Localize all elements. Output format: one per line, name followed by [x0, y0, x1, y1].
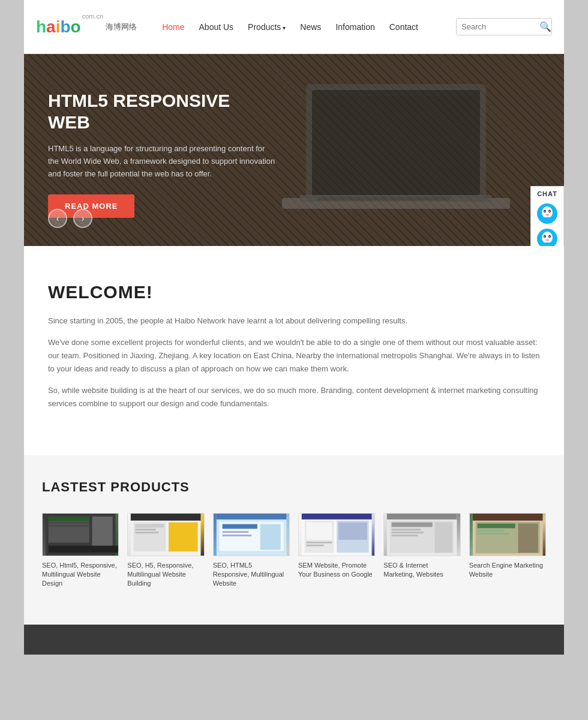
hero-navigation: ‹ › — [48, 209, 92, 228]
product-thumb-1 — [42, 513, 119, 556]
svg-rect-63 — [472, 514, 542, 521]
products-section: LASTEST PRODUCTS SEO, Html5, Responsive,… — [24, 455, 564, 625]
svg-rect-68 — [518, 523, 538, 553]
product-item-1[interactable]: SEO, Html5, Responsive, Multilingual Web… — [42, 513, 119, 589]
svg-rect-47 — [302, 514, 372, 520]
welcome-title: WELCOME! — [48, 282, 540, 302]
svg-rect-53 — [338, 522, 367, 539]
nav-about[interactable]: About Us — [192, 22, 241, 32]
logo[interactable]: haibo com.cn 海博网络 — [36, 19, 137, 35]
product-label-5: SEO & Internet Marketing, Websites — [383, 561, 460, 580]
welcome-paragraph-2: We've done some excellent projects for w… — [48, 336, 540, 376]
svg-point-9 — [544, 211, 545, 212]
product-label-4: SEM Website, Promote Your Business on Go… — [298, 561, 375, 580]
product-item-5[interactable]: SEO & Internet Marketing, Websites — [383, 513, 460, 589]
qq-icon-2[interactable] — [536, 228, 558, 246]
logo-chinese: 海博网络 — [106, 22, 137, 32]
footer — [24, 625, 564, 655]
product-item-4[interactable]: SEM Website, Promote Your Business on Go… — [298, 513, 375, 589]
svg-rect-45 — [260, 524, 280, 550]
hero-prev-button[interactable]: ‹ — [48, 209, 67, 228]
svg-rect-31 — [49, 545, 119, 553]
product-thumb-5 — [383, 513, 460, 556]
hero-description: HTML5 is a language for structuring and … — [48, 143, 276, 180]
svg-rect-38 — [136, 532, 159, 533]
chat-widget[interactable]: CHAT — [530, 186, 564, 246]
svg-rect-36 — [136, 524, 164, 527]
product-thumb-2 — [127, 513, 204, 556]
svg-point-6 — [542, 206, 553, 218]
page-wrapper: haibo com.cn 海博网络 Home About Us Products… — [24, 0, 564, 655]
svg-rect-61 — [435, 522, 452, 553]
product-thumb-6 — [469, 513, 546, 556]
products-section-title: LASTEST PRODUCTS — [42, 479, 546, 495]
nav-contact[interactable]: Contact — [382, 22, 425, 32]
logo-b: b — [60, 17, 70, 36]
svg-point-14 — [543, 217, 551, 221]
svg-point-16 — [542, 232, 553, 244]
svg-point-21 — [545, 239, 549, 241]
svg-rect-58 — [392, 529, 421, 530]
svg-rect-66 — [477, 530, 503, 532]
logo-a: a — [46, 17, 56, 36]
svg-rect-42 — [222, 524, 257, 529]
svg-rect-55 — [387, 514, 457, 520]
chat-label: CHAT — [537, 190, 557, 197]
svg-rect-2 — [312, 90, 480, 195]
nav-home[interactable]: Home — [155, 22, 191, 32]
svg-rect-60 — [392, 535, 418, 536]
svg-rect-33 — [131, 514, 201, 521]
nav-infomation[interactable]: Infomation — [328, 22, 382, 32]
svg-point-19 — [544, 236, 545, 238]
svg-point-10 — [549, 211, 550, 212]
header: haibo com.cn 海博网络 Home About Us Products… — [24, 0, 564, 54]
search-box: 🔍 — [456, 18, 552, 35]
svg-rect-65 — [477, 523, 515, 528]
product-item-3[interactable]: SEO, HTML5 Responsive, Multilingual Webs… — [213, 513, 290, 589]
hero-next-button[interactable]: › — [73, 209, 92, 228]
svg-rect-29 — [49, 522, 89, 523]
logo-h: h — [36, 17, 46, 36]
svg-rect-57 — [392, 522, 433, 527]
svg-point-20 — [549, 236, 550, 238]
hero-banner: HTML5 RESPONSIVE WEB HTML5 is a language… — [24, 54, 564, 246]
svg-rect-44 — [222, 535, 251, 536]
product-thumb-4 — [298, 513, 375, 556]
search-button[interactable]: 🔍 — [539, 21, 551, 32]
svg-point-11 — [545, 214, 549, 216]
products-grid: SEO, Html5, Responsive, Multilingual Web… — [42, 513, 546, 589]
product-item-6[interactable]: Search Engine Marketing Website — [469, 513, 546, 589]
qq-icon-1[interactable] — [536, 203, 558, 224]
search-input[interactable] — [461, 22, 539, 31]
welcome-section: WELCOME! Since starting in 2005, the peo… — [24, 246, 564, 455]
main-nav: Home About Us Products News Infomation C… — [155, 22, 456, 32]
svg-rect-50 — [307, 522, 332, 539]
svg-point-24 — [543, 242, 551, 246]
nav-products[interactable]: Products — [241, 22, 293, 32]
welcome-paragraph-1: Since starting in 2005, the people at Ha… — [48, 314, 540, 328]
svg-rect-67 — [477, 533, 509, 535]
product-label-1: SEO, Html5, Responsive, Multilingual Web… — [42, 561, 119, 589]
hero-title: HTML5 RESPONSIVE WEB — [48, 90, 276, 133]
svg-rect-40 — [216, 514, 286, 520]
product-label-6: Search Engine Marketing Website — [469, 561, 546, 580]
logo-o: o — [71, 17, 81, 36]
product-thumb-3 — [213, 513, 290, 556]
nav-news[interactable]: News — [293, 22, 328, 32]
svg-rect-4 — [318, 197, 450, 200]
svg-rect-30 — [49, 525, 89, 526]
product-label-2: SEO, H5, Responsive, Multilingual Websit… — [127, 561, 204, 589]
svg-rect-59 — [392, 532, 424, 533]
welcome-paragraph-3: So, while website building is at the hea… — [48, 384, 540, 410]
hero-content: HTML5 RESPONSIVE WEB HTML5 is a language… — [48, 90, 276, 218]
product-item-2[interactable]: SEO, H5, Responsive, Multilingual Websit… — [127, 513, 204, 589]
svg-rect-27 — [49, 516, 89, 521]
svg-rect-43 — [222, 531, 248, 533]
product-label-3: SEO, HTML5 Responsive, Multilingual Webs… — [213, 561, 290, 589]
svg-rect-35 — [169, 522, 198, 551]
svg-rect-37 — [136, 529, 156, 530]
svg-rect-52 — [307, 544, 324, 546]
logo-suffix: com.cn — [82, 13, 103, 20]
svg-rect-51 — [307, 541, 332, 543]
hero-laptop-image — [264, 66, 528, 240]
